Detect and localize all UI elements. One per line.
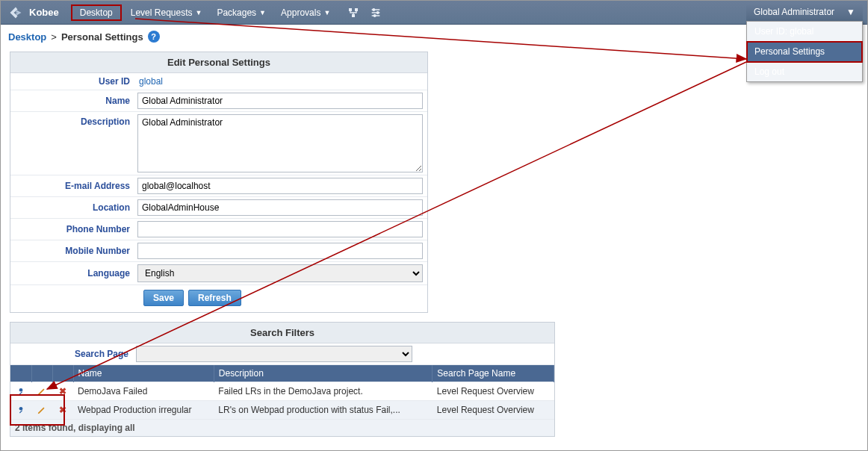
label-user-id: User ID <box>10 73 137 90</box>
sliders-icon[interactable] <box>369 6 382 19</box>
label-phone: Phone Number <box>10 221 137 237</box>
table-row: ✖ Webpad Production irregular LR's on We… <box>10 401 554 420</box>
user-menu-dropdown: User ID: global Personal Settings Log ou… <box>746 21 863 82</box>
svg-point-8 <box>19 407 23 411</box>
svg-rect-9 <box>19 410 22 413</box>
brand-logo-icon <box>7 4 25 22</box>
value-user-id: global <box>137 76 163 87</box>
breadcrumb-root[interactable]: Desktop <box>8 31 46 43</box>
toolbar-icons <box>347 6 382 19</box>
name-field[interactable] <box>137 93 423 109</box>
pencil-icon[interactable] <box>36 404 48 416</box>
table-row: ✖ DemoJava Failed Failed LRs in the Demo… <box>10 382 554 401</box>
top-nav: Kobee Desktop Level Requests ▼ Packages … <box>1 1 867 25</box>
mobile-field[interactable] <box>137 243 423 259</box>
filters-panel-title: Search Filters <box>10 323 554 343</box>
svg-rect-1 <box>355 8 358 11</box>
email-field[interactable] <box>137 178 423 194</box>
brand-name: Kobee <box>29 7 59 18</box>
col-description[interactable]: Description <box>214 365 433 382</box>
chevron-down-icon: ▼ <box>323 9 330 16</box>
menu-approvals[interactable]: Approvals ▼ <box>275 6 336 19</box>
cell-spn: Level Request Overview <box>433 401 554 420</box>
breadcrumb: Desktop > Personal Settings ? <box>1 25 867 47</box>
svg-point-6 <box>19 388 23 392</box>
svg-point-4 <box>377 11 379 13</box>
label-mobile: Mobile Number <box>10 243 137 259</box>
search-filters-panel: Search Filters Search Page Name Descript… <box>10 322 555 437</box>
user-menu-item-personal-settings[interactable]: Personal Settings <box>747 42 862 62</box>
label-description: Description <box>10 112 137 130</box>
label-name: Name <box>10 93 137 109</box>
chevron-down-icon: ▼ <box>259 9 266 16</box>
language-select[interactable]: English <box>137 264 423 282</box>
svg-rect-2 <box>352 14 355 17</box>
user-menu-item-userid[interactable]: User ID: global <box>747 22 862 42</box>
pencil-icon[interactable] <box>36 385 48 397</box>
label-search-page: Search Page <box>10 349 136 359</box>
menu-packages-label: Packages <box>217 7 256 18</box>
refresh-button[interactable]: Refresh <box>188 290 241 306</box>
cell-name: Webpad Production irregular <box>73 401 214 420</box>
svg-rect-7 <box>19 391 22 394</box>
breadcrumb-current: Personal Settings <box>61 31 143 43</box>
view-icon[interactable] <box>15 404 27 416</box>
location-field[interactable] <box>137 199 423 216</box>
cell-spn: Level Request Overview <box>433 382 554 401</box>
svg-rect-0 <box>349 8 352 11</box>
user-menu-label: Global Administrator <box>754 7 834 17</box>
filters-table: Name Description Search Page Name ✖ Demo… <box>10 365 554 436</box>
user-menu-toggle[interactable]: Global Administrator ▼ <box>746 3 863 21</box>
label-language: Language <box>10 265 137 282</box>
user-menu: Global Administrator ▼ User ID: global P… <box>746 3 863 82</box>
help-icon[interactable]: ? <box>148 31 160 43</box>
menu-level-requests[interactable]: Level Requests ▼ <box>125 6 208 19</box>
menu-desktop-label: Desktop <box>80 7 113 18</box>
table-footer: 2 items found, displaying all <box>10 420 554 437</box>
description-field[interactable] <box>137 114 423 172</box>
search-page-select[interactable] <box>136 346 412 362</box>
delete-icon[interactable]: ✖ <box>57 385 69 397</box>
view-icon[interactable] <box>15 385 27 397</box>
edit-personal-settings-panel: Edit Personal Settings User ID global Na… <box>10 52 428 313</box>
edit-panel-title: Edit Personal Settings <box>10 52 427 73</box>
svg-point-5 <box>374 14 376 16</box>
col-name[interactable]: Name <box>73 365 214 382</box>
svg-point-3 <box>373 8 375 10</box>
cell-desc: Failed LRs in the DemoJava project. <box>214 382 433 401</box>
menu-desktop[interactable]: Desktop <box>71 4 122 21</box>
cell-name: DemoJava Failed <box>73 382 214 401</box>
label-location: Location <box>10 199 137 216</box>
label-email: E-mail Address <box>10 178 137 194</box>
cell-desc: LR's on Webpad production with status Fa… <box>214 401 433 420</box>
menu-level-requests-label: Level Requests <box>131 7 193 18</box>
phone-field[interactable] <box>137 221 423 237</box>
tree-icon[interactable] <box>347 6 360 19</box>
delete-icon[interactable]: ✖ <box>57 404 69 416</box>
menu-approvals-label: Approvals <box>281 7 320 18</box>
save-button[interactable]: Save <box>143 290 184 306</box>
col-search-page-name[interactable]: Search Page Name <box>433 365 554 382</box>
breadcrumb-sep: > <box>51 31 57 43</box>
chevron-down-icon: ▼ <box>195 9 202 16</box>
chevron-down-icon: ▼ <box>846 7 855 17</box>
user-menu-item-logout[interactable]: Log out <box>747 62 862 81</box>
menu-packages[interactable]: Packages ▼ <box>211 6 272 19</box>
